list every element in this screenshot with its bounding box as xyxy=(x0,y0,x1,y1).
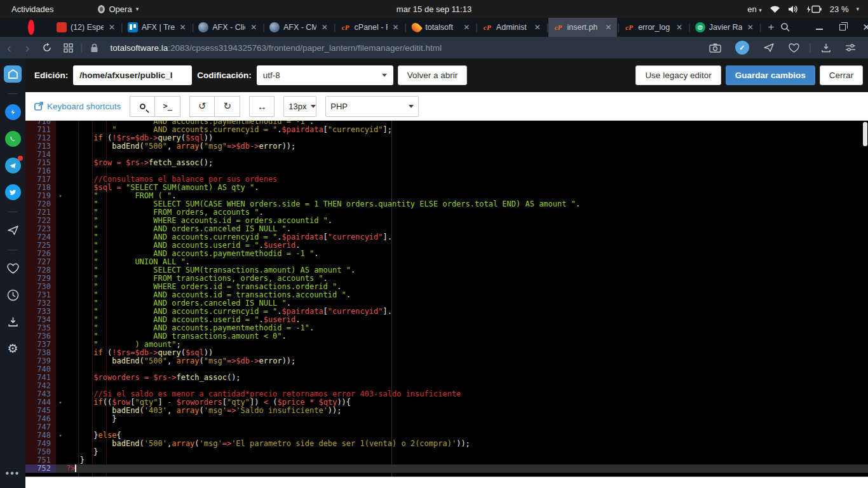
system-menu-caret-icon[interactable]: ▾ xyxy=(856,6,859,12)
sidebar-messenger-icon[interactable] xyxy=(4,104,22,121)
sidebar-my-flow-icon[interactable] xyxy=(4,222,22,239)
lock-icon[interactable] xyxy=(85,43,104,53)
bookmark-heart-icon[interactable] xyxy=(783,43,805,53)
system-clock[interactable]: mar 15 de sep 11:13 xyxy=(0,4,868,14)
afx-favicon-icon xyxy=(269,22,280,32)
code-line[interactable]: 752?> xyxy=(25,464,868,473)
sidebar-twitter-icon[interactable] xyxy=(4,184,22,201)
tab-close-icon[interactable]: ✕ xyxy=(462,23,471,32)
keyboard-shortcuts-link[interactable]: Keyboard shortcuts xyxy=(34,102,121,111)
reload-button[interactable] xyxy=(36,43,58,53)
search-button[interactable] xyxy=(130,96,155,117)
font-size-select[interactable]: 13px xyxy=(283,96,316,117)
sidebar-more-dots-icon[interactable]: ••• xyxy=(4,464,22,482)
keyboard-layout-indicator[interactable]: en ▾ xyxy=(747,4,762,14)
syntax-mode-select[interactable]: PHP xyxy=(325,96,419,117)
browser-tab[interactable]: AFX - Clie✕ xyxy=(194,18,262,37)
tab-close-icon[interactable]: ✕ xyxy=(675,23,684,32)
tab-title: Javier Ra xyxy=(709,23,742,32)
terminal-button[interactable]: >_ xyxy=(155,96,180,117)
my-flow-send-icon[interactable] xyxy=(757,43,780,53)
code-line[interactable]: 739 badEnd("500", array("msg"=>$db->erro… xyxy=(25,357,868,365)
sidebar-speed-dial-icon[interactable] xyxy=(4,65,22,83)
new-tab-button[interactable]: + xyxy=(768,21,774,34)
browser-tab[interactable]: cPinsert.ph✕ xyxy=(548,18,617,37)
browser-tab[interactable]: cPAdminist✕ xyxy=(478,18,546,37)
browser-tab[interactable]: AFX - CM✕ xyxy=(265,18,334,37)
fold-gutter xyxy=(56,167,65,175)
tab-close-icon[interactable]: ✕ xyxy=(746,23,755,32)
code-line[interactable]: 746 } xyxy=(25,415,868,423)
sidebar-bookmarks-heart-icon[interactable] xyxy=(4,260,22,277)
tab-close-icon[interactable]: ✕ xyxy=(107,23,116,32)
speed-dial-tiles-icon[interactable] xyxy=(58,43,79,53)
browser-tab[interactable]: totalsoft✕ xyxy=(407,18,475,37)
forward-button[interactable]: › xyxy=(18,41,37,54)
vpn-shield-badge-icon[interactable]: ✓ xyxy=(729,41,755,55)
tab-close-icon[interactable]: ✕ xyxy=(179,23,187,32)
browser-tab[interactable]: Javier Ra✕ xyxy=(691,18,759,37)
word-wrap-button[interactable]: ↔ xyxy=(249,96,275,117)
code-text: $row = $rs->fetch_assoc(); xyxy=(65,159,868,167)
sidebar-settings-gear-icon[interactable]: ⚙ xyxy=(4,340,22,357)
tab-close-icon[interactable]: ✕ xyxy=(320,23,329,32)
back-button[interactable]: ‹ xyxy=(0,41,18,54)
fold-arrow-icon[interactable]: ▾ xyxy=(56,431,65,440)
window-minimize-button[interactable] xyxy=(816,25,823,30)
easy-setup-sliders-icon[interactable] xyxy=(839,43,862,52)
reopen-button[interactable]: Volver a abrir xyxy=(398,65,468,85)
fold-arrow-icon[interactable]: ▾ xyxy=(56,398,65,407)
fold-gutter xyxy=(56,464,65,473)
browser-tab[interactable]: AFX | Tre✕ xyxy=(123,18,192,37)
code-line[interactable]: 745 badEnd('403', array('msg'=>'Saldo in… xyxy=(25,407,868,415)
opera-logo-icon[interactable] xyxy=(28,20,34,35)
code-editor-area[interactable]: 710 " AND accounts.paymentmethodid = -1"… xyxy=(25,121,868,477)
code-line[interactable]: 715 $row = $rs->fetch_assoc(); xyxy=(25,159,868,167)
tab-close-icon[interactable]: ✕ xyxy=(533,23,542,32)
browser-tab[interactable]: cPcPanel - F✕ xyxy=(336,18,405,37)
battery-charging-icon[interactable] xyxy=(806,5,822,13)
sidebar-telegram-icon[interactable] xyxy=(4,157,22,174)
tab-title: Administ xyxy=(496,23,529,32)
code-line[interactable]: 751 } xyxy=(25,456,868,464)
tab-search-icon[interactable] xyxy=(780,22,790,32)
encoding-select[interactable]: utf-8 xyxy=(257,65,393,85)
sidebar-history-clock-icon[interactable] xyxy=(4,287,22,304)
volume-icon[interactable] xyxy=(788,5,798,13)
editor-scrollbar-thumb[interactable] xyxy=(863,122,867,146)
code-line[interactable]: 713 badEnd("500", array("msg"=>$db->erro… xyxy=(25,142,868,151)
code-editor-toolbar: Keyboard shortcuts >_ ↺ ↻ ↔ 13px PHP xyxy=(25,92,868,121)
fold-gutter xyxy=(56,151,65,159)
tab-close-icon[interactable]: ✕ xyxy=(604,23,613,32)
browser-tab[interactable]: (12) Espe✕ xyxy=(52,18,121,37)
window-maximize-button[interactable] xyxy=(839,24,846,30)
code-text: badEnd('500',array('msg'=>'El parametro … xyxy=(65,440,868,448)
sidebar-downloads-icon[interactable] xyxy=(4,313,22,330)
code-lines: 710 " AND accounts.paymentmethodid = -1"… xyxy=(25,121,868,473)
undo-button[interactable]: ↺ xyxy=(189,96,215,117)
code-line[interactable]: 750 } xyxy=(25,448,868,456)
downloads-icon[interactable] xyxy=(815,43,837,53)
snapshot-camera-icon[interactable] xyxy=(703,43,727,53)
close-button[interactable]: Cerrar xyxy=(820,65,863,85)
tab-close-icon[interactable]: ✕ xyxy=(249,23,258,32)
fold-gutter xyxy=(56,217,65,225)
code-line[interactable]: 741 $roworders = $rs->fetch_assoc(); xyxy=(25,374,868,382)
fold-gutter xyxy=(56,121,65,126)
save-changes-button[interactable]: Guardar cambios xyxy=(726,65,815,85)
code-line[interactable]: 747 xyxy=(25,423,868,431)
browser-tab[interactable]: cPerror_log✕ xyxy=(620,18,688,37)
sidebar-whatsapp-icon[interactable] xyxy=(4,130,22,147)
legacy-editor-button[interactable]: Use legacy editor xyxy=(635,65,721,85)
redo-button[interactable]: ↻ xyxy=(215,96,240,117)
code-line[interactable]: 749 badEnd('500',array('msg'=>'El parame… xyxy=(25,440,868,448)
file-path-input[interactable] xyxy=(73,65,192,85)
wifi-icon[interactable] xyxy=(770,5,780,13)
fold-gutter xyxy=(56,456,65,464)
page-bottom-strip xyxy=(25,477,868,488)
url-text[interactable]: totalsoftware.la:2083/cpsess3194325763/f… xyxy=(111,43,442,53)
fold-gutter xyxy=(56,423,65,431)
fold-arrow-icon[interactable]: ▾ xyxy=(56,192,65,200)
tab-close-icon[interactable]: ✕ xyxy=(391,23,400,32)
window-close-button[interactable]: ✕ xyxy=(862,22,868,33)
